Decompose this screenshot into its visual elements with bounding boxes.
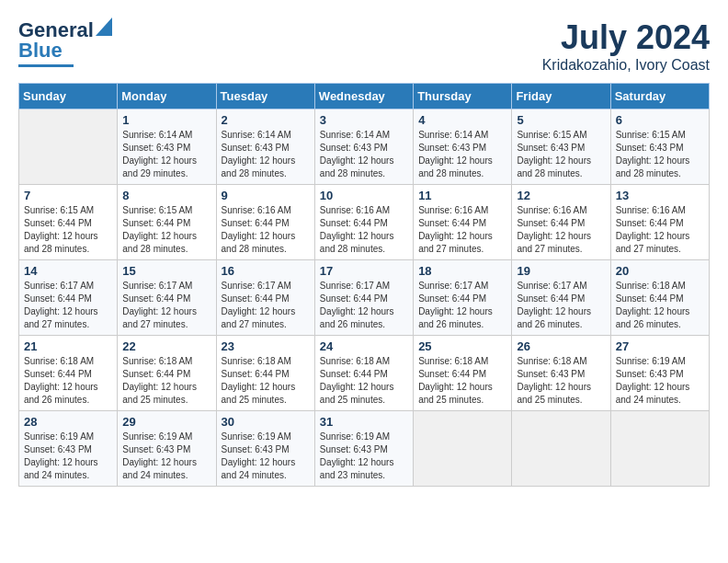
week-row-4: 21Sunrise: 6:18 AM Sunset: 6:44 PM Dayli… (19, 336, 710, 411)
day-info: Sunrise: 6:15 AM Sunset: 6:44 PM Dayligh… (24, 204, 112, 256)
day-info: Sunrise: 6:17 AM Sunset: 6:44 PM Dayligh… (122, 280, 210, 331)
svg-marker-0 (96, 17, 112, 36)
calendar-cell: 20Sunrise: 6:18 AM Sunset: 6:44 PM Dayli… (610, 260, 709, 336)
calendar-cell: 29Sunrise: 6:19 AM Sunset: 6:43 PM Dayli… (118, 411, 216, 487)
day-number: 7 (24, 189, 112, 202)
calendar-cell: 13Sunrise: 6:16 AM Sunset: 6:44 PM Dayli… (610, 185, 709, 260)
day-number: 27 (616, 339, 704, 353)
week-row-3: 14Sunrise: 6:17 AM Sunset: 6:44 PM Dayli… (19, 260, 710, 336)
calendar-cell: 6Sunrise: 6:15 AM Sunset: 6:43 PM Daylig… (610, 109, 709, 185)
day-info: Sunrise: 6:18 AM Sunset: 6:44 PM Dayligh… (222, 355, 310, 407)
calendar-cell: 15Sunrise: 6:17 AM Sunset: 6:44 PM Dayli… (118, 260, 216, 336)
weekday-header-sunday: Sunday (19, 84, 118, 109)
day-number: 1 (122, 113, 210, 127)
day-number: 23 (222, 339, 310, 353)
calendar-cell: 3Sunrise: 6:14 AM Sunset: 6:43 PM Daylig… (314, 109, 413, 185)
day-info: Sunrise: 6:16 AM Sunset: 6:44 PM Dayligh… (320, 204, 408, 256)
day-info: Sunrise: 6:16 AM Sunset: 6:44 PM Dayligh… (222, 204, 310, 256)
day-number: 20 (616, 264, 704, 278)
calendar-cell: 27Sunrise: 6:19 AM Sunset: 6:43 PM Dayli… (610, 336, 709, 411)
calendar-cell: 12Sunrise: 6:16 AM Sunset: 6:44 PM Dayli… (512, 185, 610, 260)
calendar-cell: 4Sunrise: 6:14 AM Sunset: 6:43 PM Daylig… (414, 109, 512, 185)
day-info: Sunrise: 6:18 AM Sunset: 6:44 PM Dayligh… (320, 355, 408, 407)
day-info: Sunrise: 6:17 AM Sunset: 6:44 PM Dayligh… (517, 280, 605, 331)
day-info: Sunrise: 6:19 AM Sunset: 6:43 PM Dayligh… (24, 431, 112, 482)
calendar-body: 1Sunrise: 6:14 AM Sunset: 6:43 PM Daylig… (19, 109, 710, 487)
day-number: 21 (24, 339, 112, 353)
day-info: Sunrise: 6:16 AM Sunset: 6:44 PM Dayligh… (418, 204, 506, 256)
calendar-cell: 7Sunrise: 6:15 AM Sunset: 6:44 PM Daylig… (19, 185, 118, 260)
weekday-header-thursday: Thursday (414, 84, 512, 109)
calendar-cell: 14Sunrise: 6:17 AM Sunset: 6:44 PM Dayli… (19, 260, 118, 336)
day-number: 4 (418, 113, 506, 127)
calendar-table: SundayMondayTuesdayWednesdayThursdayFrid… (18, 83, 710, 487)
weekday-header-monday: Monday (118, 84, 216, 109)
day-number: 5 (517, 113, 605, 127)
day-number: 29 (122, 415, 210, 429)
day-number: 26 (517, 339, 605, 353)
day-info: Sunrise: 6:14 AM Sunset: 6:43 PM Dayligh… (222, 129, 310, 180)
day-number: 10 (320, 189, 408, 202)
day-info: Sunrise: 6:17 AM Sunset: 6:44 PM Dayligh… (24, 280, 112, 331)
calendar-cell: 16Sunrise: 6:17 AM Sunset: 6:44 PM Dayli… (216, 260, 314, 336)
day-info: Sunrise: 6:18 AM Sunset: 6:44 PM Dayligh… (616, 280, 704, 331)
logo-line (18, 64, 74, 67)
calendar-cell (414, 411, 512, 487)
day-number: 15 (122, 264, 210, 278)
week-row-2: 7Sunrise: 6:15 AM Sunset: 6:44 PM Daylig… (19, 185, 710, 260)
calendar-cell: 18Sunrise: 6:17 AM Sunset: 6:44 PM Dayli… (414, 260, 512, 336)
week-row-5: 28Sunrise: 6:19 AM Sunset: 6:43 PM Dayli… (19, 411, 710, 487)
calendar-header: SundayMondayTuesdayWednesdayThursdayFrid… (19, 84, 710, 109)
calendar-cell: 2Sunrise: 6:14 AM Sunset: 6:43 PM Daylig… (216, 109, 314, 185)
weekday-row: SundayMondayTuesdayWednesdayThursdayFrid… (19, 84, 710, 109)
day-info: Sunrise: 6:16 AM Sunset: 6:44 PM Dayligh… (616, 204, 704, 256)
weekday-header-saturday: Saturday (610, 84, 709, 109)
day-number: 13 (616, 189, 704, 202)
day-number: 11 (418, 189, 506, 202)
day-info: Sunrise: 6:17 AM Sunset: 6:44 PM Dayligh… (320, 280, 408, 331)
day-info: Sunrise: 6:15 AM Sunset: 6:43 PM Dayligh… (517, 129, 605, 180)
day-info: Sunrise: 6:15 AM Sunset: 6:44 PM Dayligh… (122, 204, 210, 256)
logo-blue: Blue (18, 39, 63, 62)
calendar-cell: 28Sunrise: 6:19 AM Sunset: 6:43 PM Dayli… (19, 411, 118, 487)
calendar-cell: 10Sunrise: 6:16 AM Sunset: 6:44 PM Dayli… (314, 185, 413, 260)
day-info: Sunrise: 6:18 AM Sunset: 6:43 PM Dayligh… (517, 355, 605, 407)
location-title: Kridakozahio, Ivory Coast (542, 57, 710, 74)
calendar-cell: 31Sunrise: 6:19 AM Sunset: 6:43 PM Dayli… (314, 411, 413, 487)
calendar-cell: 26Sunrise: 6:18 AM Sunset: 6:43 PM Dayli… (512, 336, 610, 411)
calendar-cell: 11Sunrise: 6:16 AM Sunset: 6:44 PM Dayli… (414, 185, 512, 260)
day-number: 8 (122, 189, 210, 202)
day-info: Sunrise: 6:14 AM Sunset: 6:43 PM Dayligh… (320, 129, 408, 180)
day-info: Sunrise: 6:19 AM Sunset: 6:43 PM Dayligh… (616, 355, 704, 407)
day-info: Sunrise: 6:18 AM Sunset: 6:44 PM Dayligh… (122, 355, 210, 407)
page-header: General Blue July 2024 Kridakozahio, Ivo… (18, 18, 710, 74)
logo: General Blue (18, 18, 112, 67)
day-number: 16 (222, 264, 310, 278)
weekday-header-friday: Friday (512, 84, 610, 109)
calendar-cell (19, 109, 118, 185)
calendar-cell: 21Sunrise: 6:18 AM Sunset: 6:44 PM Dayli… (19, 336, 118, 411)
day-info: Sunrise: 6:18 AM Sunset: 6:44 PM Dayligh… (24, 355, 112, 407)
calendar-cell: 19Sunrise: 6:17 AM Sunset: 6:44 PM Dayli… (512, 260, 610, 336)
day-number: 17 (320, 264, 408, 278)
calendar-cell: 22Sunrise: 6:18 AM Sunset: 6:44 PM Dayli… (118, 336, 216, 411)
day-info: Sunrise: 6:19 AM Sunset: 6:43 PM Dayligh… (320, 431, 408, 482)
calendar-cell: 24Sunrise: 6:18 AM Sunset: 6:44 PM Dayli… (314, 336, 413, 411)
calendar-cell: 25Sunrise: 6:18 AM Sunset: 6:44 PM Dayli… (414, 336, 512, 411)
calendar-cell: 9Sunrise: 6:16 AM Sunset: 6:44 PM Daylig… (216, 185, 314, 260)
calendar-cell (512, 411, 610, 487)
day-number: 19 (517, 264, 605, 278)
day-info: Sunrise: 6:17 AM Sunset: 6:44 PM Dayligh… (418, 280, 506, 331)
day-number: 28 (24, 415, 112, 429)
logo-icon (96, 17, 112, 36)
day-info: Sunrise: 6:17 AM Sunset: 6:44 PM Dayligh… (222, 280, 310, 331)
calendar-cell: 23Sunrise: 6:18 AM Sunset: 6:44 PM Dayli… (216, 336, 314, 411)
day-number: 22 (122, 339, 210, 353)
day-number: 25 (418, 339, 506, 353)
day-info: Sunrise: 6:14 AM Sunset: 6:43 PM Dayligh… (418, 129, 506, 180)
day-number: 14 (24, 264, 112, 278)
day-number: 18 (418, 264, 506, 278)
day-number: 2 (222, 113, 310, 127)
day-info: Sunrise: 6:18 AM Sunset: 6:44 PM Dayligh… (418, 355, 506, 407)
day-info: Sunrise: 6:16 AM Sunset: 6:44 PM Dayligh… (517, 204, 605, 256)
